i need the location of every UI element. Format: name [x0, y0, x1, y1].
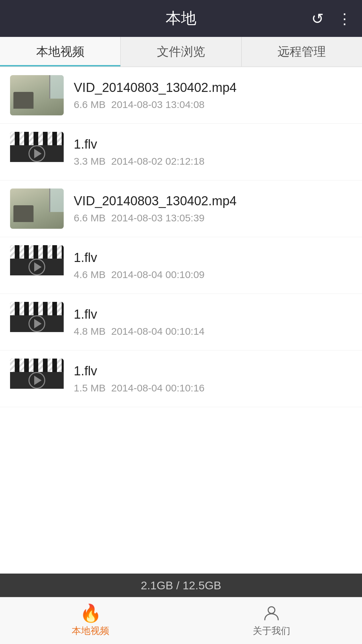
list-item[interactable]: 1.flv 1.5 MB 2014-08-04 00:10:16 [0, 351, 362, 407]
video-name: VID_20140803_130402.mp4 [74, 194, 352, 208]
nav-item-about-us[interactable]: 关于我们 [181, 604, 362, 637]
video-meta: 3.3 MB 2014-08-02 02:12:18 [74, 156, 352, 167]
list-item[interactable]: VID_20140803_130402.mp4 6.6 MB 2014-08-0… [0, 67, 362, 124]
video-meta: 6.6 MB 2014-08-03 13:05:39 [74, 212, 352, 224]
nav-label-about-us: 关于我们 [253, 625, 290, 637]
video-name: 1.flv [74, 137, 352, 152]
person-icon [263, 604, 280, 622]
nav-label-local-video: 本地视频 [72, 625, 109, 637]
play-icon [28, 145, 45, 162]
video-thumbnail [10, 75, 64, 115]
tab-remote-manage[interactable]: 远程管理 [242, 37, 362, 66]
video-thumbnail [10, 189, 64, 229]
tab-file-browser[interactable]: 文件浏览 [121, 37, 241, 66]
video-name: 1.flv [74, 364, 352, 378]
video-thumbnail [10, 302, 64, 342]
video-meta: 4.6 MB 2014-08-04 00:10:09 [74, 269, 352, 280]
play-icon [28, 315, 45, 332]
list-item[interactable]: 1.flv 3.3 MB 2014-08-02 02:12:18 [0, 124, 362, 180]
storage-bar: 2.1GB / 12.5GB [0, 574, 362, 597]
video-meta: 1.5 MB 2014-08-04 00:10:16 [74, 382, 352, 394]
video-thumbnail [10, 359, 64, 399]
bottom-nav: 🔥 本地视频 关于我们 [0, 597, 362, 644]
video-thumbnail [10, 245, 64, 285]
video-list: VID_20140803_130402.mp4 6.6 MB 2014-08-0… [0, 67, 362, 574]
video-info: VID_20140803_130402.mp4 6.6 MB 2014-08-0… [74, 80, 352, 110]
refresh-icon[interactable]: ↺ [311, 10, 324, 27]
menu-icon[interactable]: ⋮ [337, 10, 352, 27]
video-thumbnail [10, 132, 64, 172]
video-info: 1.flv 4.8 MB 2014-08-04 00:10:14 [74, 307, 352, 337]
header-actions: ↺ ⋮ [311, 10, 352, 27]
list-item[interactable]: 1.flv 4.8 MB 2014-08-04 00:10:14 [0, 294, 362, 351]
video-meta: 6.6 MB 2014-08-03 13:04:08 [74, 99, 352, 110]
video-info: 1.flv 1.5 MB 2014-08-04 00:10:16 [74, 364, 352, 394]
video-info: VID_20140803_130402.mp4 6.6 MB 2014-08-0… [74, 194, 352, 224]
list-item[interactable]: 1.flv 4.6 MB 2014-08-04 00:10:09 [0, 237, 362, 294]
tab-bar: 本地视频 文件浏览 远程管理 [0, 37, 362, 67]
video-name: VID_20140803_130402.mp4 [74, 80, 352, 95]
storage-info: 2.1GB / 12.5GB [141, 579, 221, 592]
video-info: 1.flv 3.3 MB 2014-08-02 02:12:18 [74, 137, 352, 167]
play-icon [28, 372, 45, 389]
header: 本地 ↺ ⋮ [0, 0, 362, 37]
page-title: 本地 [166, 8, 196, 29]
flame-icon: 🔥 [80, 604, 102, 622]
video-info: 1.flv 4.6 MB 2014-08-04 00:10:09 [74, 251, 352, 280]
video-name: 1.flv [74, 307, 352, 322]
video-meta: 4.8 MB 2014-08-04 00:10:14 [74, 326, 352, 337]
nav-item-local-video[interactable]: 🔥 本地视频 [0, 604, 181, 637]
svg-point-0 [268, 607, 275, 613]
video-name: 1.flv [74, 251, 352, 265]
play-icon [28, 259, 45, 275]
list-item[interactable]: VID_20140803_130402.mp4 6.6 MB 2014-08-0… [0, 180, 362, 237]
tab-local-video[interactable]: 本地视频 [0, 37, 121, 66]
